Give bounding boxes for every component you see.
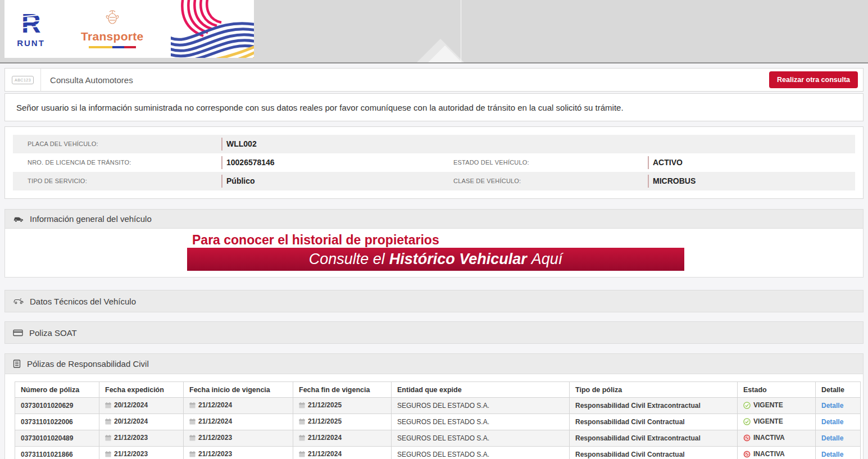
section-header-soat[interactable]: Poliza SOAT — [5, 322, 863, 343]
detail-link[interactable]: Detalle — [821, 434, 843, 442]
service-type-value: Público — [221, 172, 439, 190]
calendar-icon — [299, 402, 305, 410]
entity: SEGUROS DEL ESTADO S.A. — [392, 430, 570, 447]
section-header-liability[interactable]: Pólizas de Responsabilidad Civil — [5, 354, 863, 374]
status-text: INACTIVA — [753, 434, 785, 442]
coat-of-arms-icon — [104, 20, 121, 29]
summary-row-plate: PLACA DEL VEHÍCULO: WLL002 — [13, 135, 855, 153]
calendar-icon — [189, 402, 196, 410]
col-policy-number: Número de póliza — [15, 382, 99, 398]
end-date: 21/12/2025 — [308, 417, 342, 425]
section-title-general-info: Información general del vehículo — [30, 214, 152, 224]
logo-box: R RUNT Transporte — [4, 0, 254, 58]
col-status: Estado — [738, 382, 816, 398]
start-date: 21/12/2024 — [198, 401, 232, 409]
summary-row-service: TIPO DE SERVICIO: Público CLASE DE VEHÍC… — [13, 172, 855, 190]
svg-text:R: R — [21, 10, 41, 37]
policy-row: 03730101020489 21/12/2023 21/12/2023 21/… — [15, 430, 861, 447]
license-plate-icon: ABC123 — [12, 76, 34, 84]
colombia-flag-underline — [89, 46, 136, 48]
notice-text: Señor usuario si la información suminist… — [16, 103, 624, 112]
status-inactiva-icon — [743, 434, 751, 443]
detail-link[interactable]: Detalle — [821, 402, 843, 410]
entity: SEGUROS DEL ESTADO S.A. — [392, 398, 570, 414]
service-type-label: TIPO DE SERVICIO: — [13, 172, 221, 190]
banner-cta-suffix: Aquí — [531, 251, 563, 268]
historico-vehicular-banner: Para conocer el historial de propietario… — [187, 232, 684, 271]
status-inactiva-icon — [743, 451, 751, 459]
vehicle-state-label: ESTADO DEL VEHÍCULO: — [439, 153, 648, 172]
liability-table-container: Número de póliza Fecha expedición Fecha … — [5, 374, 863, 459]
banner-cta-prefix: Consulte el — [309, 251, 385, 268]
col-issue-date: Fecha expedición — [99, 382, 184, 398]
start-date: 21/12/2023 — [198, 450, 232, 458]
toolbar: ABC123 Consulta Automotores Realizar otr… — [4, 68, 864, 92]
detail-link[interactable]: Detalle — [821, 418, 843, 426]
status-vigente-icon — [743, 418, 751, 427]
section-title-technical-data: Datos Técnicos del Vehículo — [30, 297, 136, 306]
calendar-icon — [105, 419, 111, 426]
calendar-icon — [299, 451, 305, 459]
banner-headline: Para conocer el historial de propietario… — [192, 232, 684, 248]
card-icon — [13, 329, 23, 337]
calendar-icon — [189, 435, 196, 443]
general-info-body: Para conocer el historial de propietario… — [5, 229, 863, 277]
header-divider-line — [461, 0, 461, 62]
issue-date: 20/12/2024 — [114, 401, 148, 409]
section-liability-policies: Pólizas de Responsabilidad Civil Número … — [4, 353, 864, 459]
toolbar-divider — [40, 68, 41, 92]
vehicle-state-value: ACTIVO — [648, 153, 855, 172]
vehicle-summary-panel: PLACA DEL VEHÍCULO: WLL002 NRO. DE LICEN… — [4, 126, 864, 199]
policy-number: 03730101020629 — [15, 398, 99, 414]
status-text: VIGENTE — [753, 401, 783, 409]
calendar-icon — [299, 419, 305, 426]
plate-value: WLL002 — [221, 135, 439, 153]
license-label: NRO. DE LICENCIA DE TRÁNSITO: — [13, 153, 221, 172]
policy-row: 03731101022006 20/12/2024 21/12/2024 21/… — [15, 414, 861, 430]
runt-r-icon: R — [17, 29, 45, 39]
banner-cta-link[interactable]: Consulte el Histórico Vehicular Aquí — [187, 248, 684, 271]
calendar-icon — [189, 419, 196, 426]
notice-box: Señor usuario si la información suminist… — [4, 93, 864, 121]
new-query-button[interactable]: Realizar otra consulta — [769, 71, 858, 88]
end-date: 21/12/2025 — [308, 401, 342, 409]
car-tech-icon — [13, 298, 24, 305]
policy-type: Responsabilidad Civil Extracontractual — [570, 398, 738, 414]
policy-type: Responsabilidad Civil Contractual — [570, 447, 738, 459]
policy-number: 03730101020489 — [15, 430, 99, 447]
policy-row: 03730101020629 20/12/2024 21/12/2024 21/… — [15, 398, 861, 414]
issue-date: 21/12/2023 — [114, 434, 148, 442]
col-detail: Detalle — [816, 382, 861, 398]
page-title: Consulta Automotores — [50, 75, 133, 85]
issue-date: 20/12/2024 — [114, 417, 148, 425]
header-band: R RUNT Transporte — [0, 0, 868, 63]
detail-link[interactable]: Detalle — [821, 451, 843, 458]
page-content: ABC123 Consulta Automotores Realizar otr… — [0, 68, 868, 459]
end-date: 21/12/2024 — [308, 450, 342, 458]
status-vigente-icon — [743, 402, 751, 411]
section-header-technical-data[interactable]: Datos Técnicos del Vehículo — [5, 290, 863, 312]
vehicle-class-label: CLASE DE VEHÍCULO: — [439, 172, 648, 190]
runt-ribbon-logo-icon — [171, 0, 254, 58]
policy-number: 03731101021866 — [15, 447, 99, 459]
col-end-date: Fecha fin de vigencia — [293, 382, 392, 398]
policy-type: Responsabilidad Civil Extracontractual — [570, 430, 738, 447]
policy-row: 03731101021866 21/12/2023 21/12/2023 21/… — [15, 447, 861, 459]
start-date: 21/12/2024 — [198, 417, 232, 425]
section-header-general-info[interactable]: Información general del vehículo — [5, 210, 863, 229]
section-title-soat: Poliza SOAT — [29, 328, 77, 338]
status-text: VIGENTE — [753, 417, 783, 425]
banner-cta-bold: Histórico Vehicular — [389, 251, 527, 268]
vehicle-class-value: MICROBUS — [648, 172, 855, 190]
col-entity: Entidad que expide — [392, 382, 570, 398]
calendar-icon — [105, 402, 111, 410]
license-value: 10026578146 — [221, 153, 439, 172]
end-date: 21/12/2024 — [308, 434, 342, 442]
start-date: 21/12/2023 — [198, 434, 232, 442]
issue-date: 21/12/2023 — [114, 450, 148, 458]
document-list-icon — [13, 360, 21, 368]
transporte-logo: Transporte — [81, 10, 144, 48]
col-policy-type: Tipo de póliza — [570, 382, 738, 398]
policies-table: Número de póliza Fecha expedición Fecha … — [15, 381, 861, 459]
transporte-wordmark: Transporte — [81, 30, 144, 43]
